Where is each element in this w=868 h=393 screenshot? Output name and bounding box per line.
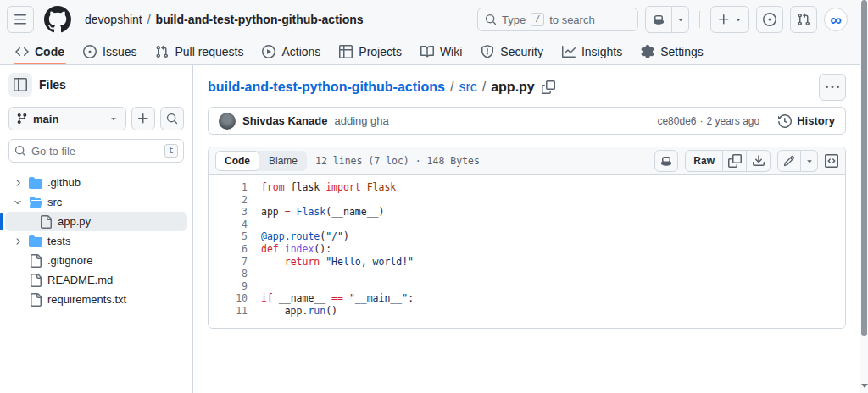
commit-sha[interactable]: ce80de6 (657, 115, 696, 127)
slash-key-badge: / (531, 13, 544, 26)
line-number[interactable]: 2 (209, 194, 261, 207)
copilot-dropdown-button[interactable] (672, 6, 689, 33)
history-button[interactable]: History (778, 114, 835, 128)
page-scrollbar (860, 0, 868, 393)
github-logo-icon[interactable] (44, 6, 71, 33)
tree-item-app-py[interactable]: app.py (5, 212, 187, 231)
tab-code[interactable]: Code (8, 39, 71, 64)
blame-view-tab[interactable]: Blame (259, 151, 307, 171)
tab-security[interactable]: Security (474, 39, 550, 64)
user-avatar[interactable]: ∞ (824, 8, 848, 31)
tab-insights[interactable]: Insights (555, 39, 629, 64)
copilot-code-button[interactable] (654, 150, 678, 172)
chevron-right-icon[interactable] (12, 236, 24, 246)
plus-icon (136, 112, 150, 125)
commit-author[interactable]: Shivdas Kanade (242, 114, 327, 127)
commit-message[interactable]: adding gha (334, 114, 388, 127)
line-content: return "Hello, world!" (261, 256, 414, 268)
edit-dropdown-button[interactable] (801, 150, 818, 172)
line-number[interactable]: 5 (209, 230, 261, 243)
repo-link[interactable]: build-and-test-python-github-actions (156, 13, 364, 26)
play-circle-icon (262, 45, 275, 58)
line-number[interactable]: 10 (209, 292, 261, 305)
line-number[interactable]: 9 (209, 280, 261, 293)
tree-item-src[interactable]: src (5, 192, 187, 212)
download-button[interactable] (747, 150, 771, 172)
top-bar: devopshint / build-and-test-python-githu… (0, 0, 868, 39)
branch-name: main (33, 113, 58, 125)
copy-path-button[interactable] (542, 80, 555, 94)
line-number[interactable]: 4 (209, 219, 261, 231)
scrollbar-down-arrow[interactable] (860, 384, 868, 390)
plus-icon (717, 13, 731, 26)
org-link[interactable]: devopshint (85, 13, 142, 26)
goto-file-input[interactable] (31, 145, 159, 158)
chevron-right-icon[interactable] (12, 178, 24, 188)
dropdown-caret-icon (733, 14, 743, 25)
tree-item-label: .github (47, 176, 81, 189)
breadcrumb-repo-link[interactable]: build-and-test-python-github-actions (208, 80, 445, 95)
line-number[interactable]: 11 (209, 305, 261, 318)
tab-actions[interactable]: Actions (255, 39, 327, 64)
commit-time: 2 years ago (706, 115, 760, 127)
line-number[interactable]: 6 (209, 243, 261, 256)
code-lines: 1from flask import Flask23app = Flask(__… (209, 175, 845, 328)
search-files-button[interactable] (160, 107, 184, 130)
pull-request-icon (155, 45, 169, 58)
git-branch-icon (16, 113, 28, 125)
hamburger-menu-button[interactable] (7, 6, 34, 33)
tree-item-label: tests (47, 235, 70, 247)
tree-item-github[interactable]: .github (5, 173, 187, 192)
collapse-sidebar-button[interactable] (8, 73, 32, 97)
code-viewer: Code Blame 12 lines (7 loc) · 148 Bytes … (208, 147, 846, 329)
tab-settings[interactable]: Settings (634, 39, 710, 64)
line-number[interactable]: 8 (209, 268, 261, 280)
file-tree: .github src app.py tests .gitignore (5, 173, 187, 309)
global-search-input[interactable]: Type / to search (477, 8, 638, 31)
scrollbar-thumb[interactable] (861, 0, 867, 336)
tab-label: Code (35, 45, 64, 58)
tab-label: Actions (281, 45, 320, 58)
copilot-button[interactable] (645, 6, 672, 33)
tab-label: Issues (103, 45, 136, 58)
copilot-button-group (645, 6, 689, 33)
line-number[interactable]: 1 (209, 181, 261, 194)
tree-item-tests[interactable]: tests (5, 231, 187, 251)
issues-button[interactable] (756, 6, 783, 33)
tab-label: Projects (359, 45, 402, 58)
add-file-button[interactable] (131, 107, 155, 130)
t-key-badge: t (164, 144, 178, 158)
code-view-tab[interactable]: Code (215, 151, 259, 171)
more-options-button[interactable] (819, 74, 846, 101)
branch-selector[interactable]: main (8, 107, 126, 130)
pull-requests-button[interactable] (790, 6, 817, 33)
breadcrumb-separator: / (450, 80, 453, 95)
edit-file-button[interactable] (777, 150, 801, 172)
line-number[interactable]: 3 (209, 206, 261, 219)
commit-meta: ce80de6 · 2 years ago (657, 115, 760, 127)
hamburger-icon (14, 13, 27, 26)
tree-item-gitignore[interactable]: .gitignore (5, 251, 187, 270)
tree-item-label: README.md (47, 274, 113, 286)
tab-projects[interactable]: Projects (332, 39, 409, 64)
path-breadcrumb: build-and-test-python-github-actions / s… (208, 74, 846, 100)
copilot-icon (659, 154, 673, 168)
breadcrumb-dir-link[interactable]: src (459, 80, 476, 95)
copy-raw-button[interactable] (723, 150, 747, 172)
commit-author-avatar[interactable] (219, 113, 236, 130)
header-divider (699, 11, 700, 28)
tab-pull-requests[interactable]: Pull requests (148, 39, 250, 64)
raw-button[interactable]: Raw (685, 150, 723, 172)
code-line: 9 (209, 280, 845, 293)
chevron-down-icon[interactable] (12, 197, 24, 208)
tab-wiki[interactable]: Wiki (414, 39, 469, 64)
line-number[interactable]: 7 (209, 256, 261, 268)
tab-issues[interactable]: Issues (76, 39, 143, 64)
issue-opened-icon (83, 45, 97, 58)
tree-item-requirements[interactable]: requirements.txt (5, 290, 187, 309)
files-sidebar: Files main t (0, 65, 193, 393)
tree-item-readme[interactable]: README.md (5, 270, 187, 290)
folder-open-icon (29, 196, 42, 209)
symbols-panel-button[interactable] (825, 154, 838, 168)
create-new-button[interactable] (710, 6, 749, 33)
